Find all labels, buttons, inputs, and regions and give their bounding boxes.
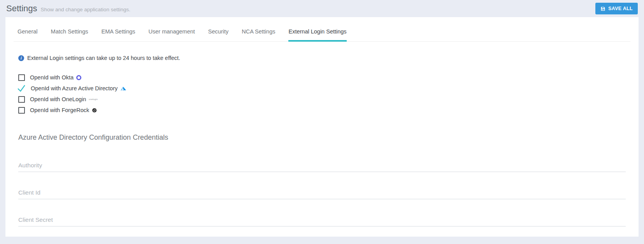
- credential-fields: [14, 159, 630, 226]
- info-message-row: i External Login settings can take up to…: [14, 55, 630, 61]
- onelogin-checkbox[interactable]: [18, 96, 25, 103]
- tab-security[interactable]: Security: [208, 28, 228, 42]
- provider-label: OpenId with Azure Active Directory: [31, 85, 118, 91]
- save-icon: [600, 6, 605, 11]
- client-id-input[interactable]: [18, 186, 626, 199]
- azure-logo-icon: [120, 86, 126, 91]
- provider-row-azure[interactable]: OpenId with Azure Active Directory: [18, 83, 630, 94]
- tab-ema-settings[interactable]: EMA Settings: [102, 28, 135, 42]
- save-button-label: SAVE ALL: [608, 6, 633, 11]
- settings-card: General Match Settings EMA Settings User…: [5, 17, 639, 237]
- forgerock-checkbox[interactable]: [18, 107, 25, 114]
- tab-external-login-settings[interactable]: External Login Settings: [288, 28, 346, 42]
- provider-row-forgerock[interactable]: OpenId with ForgeRock: [18, 105, 630, 116]
- check-icon: [17, 84, 26, 92]
- tab-bar: General Match Settings EMA Settings User…: [14, 17, 630, 42]
- azure-credentials-heading: Azure Active Directory Configuration Cre…: [14, 133, 630, 142]
- page-title: Settings: [6, 4, 37, 14]
- okta-logo-icon: [76, 75, 81, 80]
- tab-general[interactable]: General: [18, 28, 38, 42]
- tab-nca-settings[interactable]: NCA Settings: [242, 28, 275, 42]
- save-all-button[interactable]: SAVE ALL: [595, 3, 638, 14]
- page-subtitle: Show and change application settings.: [41, 7, 130, 12]
- provider-row-okta[interactable]: OpenId with Okta: [18, 72, 630, 83]
- info-message-text: External Login settings can take up to 2…: [27, 55, 180, 61]
- settings-page: Settings Show and change application set…: [0, 0, 644, 244]
- provider-label: OpenId with ForgeRock: [30, 107, 89, 113]
- onelogin-logo-icon: onelogin: [89, 98, 98, 100]
- client-secret-input[interactable]: [18, 213, 626, 226]
- provider-list: OpenId with Okta OpenId with Azure Activ…: [14, 72, 630, 116]
- provider-label: OpenId with OneLogin: [30, 96, 86, 102]
- info-icon: i: [18, 55, 24, 61]
- okta-checkbox[interactable]: [18, 74, 25, 81]
- title-group: Settings Show and change application set…: [6, 4, 130, 14]
- top-bar: Settings Show and change application set…: [0, 0, 644, 17]
- forgerock-logo-icon: [92, 108, 97, 113]
- tab-user-management[interactable]: User management: [149, 28, 195, 42]
- provider-label: OpenId with Okta: [30, 74, 74, 81]
- tab-match-settings[interactable]: Match Settings: [51, 28, 88, 42]
- authority-input[interactable]: [18, 159, 626, 172]
- provider-row-onelogin[interactable]: OpenId with OneLogin onelogin: [18, 94, 630, 105]
